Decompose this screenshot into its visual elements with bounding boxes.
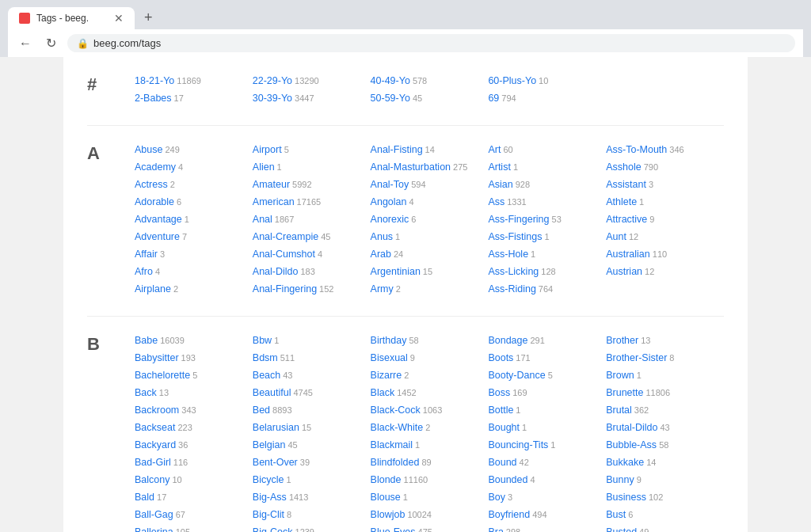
tag-link[interactable]: Bicycle	[253, 472, 284, 488]
tag-link[interactable]: Bubble-Ass	[606, 437, 657, 453]
tag-link[interactable]: Art	[488, 142, 501, 158]
tag-link[interactable]: Ass-Riding	[488, 281, 535, 297]
tag-link[interactable]: Anal-Cumshot	[253, 246, 315, 262]
tag-link[interactable]: 50-59-Yo	[371, 90, 410, 106]
tag-link[interactable]: 22-29-Yo	[253, 73, 292, 89]
tag-link[interactable]: Black-White	[371, 420, 424, 435]
tag-link[interactable]: Bust	[606, 507, 626, 522]
tag-link[interactable]: Business	[606, 489, 646, 505]
tag-link[interactable]: 30-39-Yo	[253, 90, 292, 106]
tag-link[interactable]: Ass-Fingering	[488, 211, 549, 227]
tag-link[interactable]: Boss	[488, 385, 510, 401]
active-tab[interactable]: Tags - beeg. ✕	[8, 7, 135, 29]
tag-link[interactable]: Belgian	[253, 437, 286, 453]
tag-link[interactable]: Beach	[253, 367, 280, 383]
tag-link[interactable]: Afro	[135, 264, 153, 279]
tag-link[interactable]: Backseat	[135, 420, 175, 435]
tag-link[interactable]: American	[253, 194, 295, 210]
tag-link[interactable]: Anorexic	[371, 211, 409, 227]
tag-link[interactable]: Athlete	[606, 194, 637, 210]
tag-link[interactable]: Adorable	[135, 194, 174, 210]
tag-link[interactable]: Bisexual	[371, 350, 408, 366]
tag-link[interactable]: 60-Plus-Yo	[488, 73, 536, 89]
tag-link[interactable]: Academy	[135, 159, 176, 175]
tag-link[interactable]: Bent-Over	[253, 454, 298, 470]
tag-link[interactable]: Big-Clit	[253, 507, 284, 522]
tag-link[interactable]: Anal-Fingering	[253, 281, 317, 297]
tag-link[interactable]: Boyfriend	[488, 507, 530, 522]
tag-link[interactable]: Argentinian	[371, 264, 421, 279]
tag-link[interactable]: Bunny	[606, 472, 634, 488]
tag-link[interactable]: Australian	[606, 246, 650, 262]
tag-link[interactable]: Boy	[488, 489, 505, 505]
tag-link[interactable]: Army	[371, 281, 394, 297]
nav-back-button[interactable]: ←	[16, 35, 35, 52]
tag-link[interactable]: Actress	[135, 177, 168, 192]
tag-link[interactable]: Bound	[488, 454, 516, 470]
tab-close-button[interactable]: ✕	[114, 12, 124, 25]
tag-link[interactable]: Ass-To-Mouth	[606, 142, 667, 158]
tag-link[interactable]: Anal-Dildo	[253, 264, 299, 279]
tag-link[interactable]: Bizarre	[371, 367, 402, 383]
tag-link[interactable]: Airport	[253, 142, 282, 158]
tag-link[interactable]: Bra	[488, 524, 503, 532]
tag-link[interactable]: Bouncing-Tits	[488, 437, 548, 453]
tag-link[interactable]: Bondage	[488, 332, 527, 348]
tag-link[interactable]: Affair	[135, 246, 158, 262]
tag-link[interactable]: Brother-Sister	[606, 350, 667, 366]
tag-link[interactable]: Asian	[488, 177, 512, 192]
tag-link[interactable]: Angolan	[371, 194, 407, 210]
tag-link[interactable]: Bukkake	[606, 454, 644, 470]
tag-link[interactable]: Back	[135, 385, 157, 401]
tag-link[interactable]: Assistant	[606, 177, 646, 192]
tag-link[interactable]: 69	[488, 90, 499, 106]
tag-link[interactable]: Anal-Creampie	[253, 229, 318, 245]
tag-link[interactable]: Ass-Hole	[488, 246, 528, 262]
tag-link[interactable]: Ballerina	[135, 524, 173, 532]
tag-link[interactable]: Black-Cock	[371, 402, 421, 418]
tag-link[interactable]: Big-Ass	[253, 489, 287, 505]
tag-link[interactable]: Backyard	[135, 437, 176, 453]
tag-link[interactable]: Artist	[488, 159, 510, 175]
tag-link[interactable]: Anal	[253, 211, 272, 227]
tag-link[interactable]: Ass-Fistings	[488, 229, 542, 245]
tag-link[interactable]: Bed	[253, 402, 270, 418]
tag-link[interactable]: Bbw	[253, 332, 272, 348]
tag-link[interactable]: Adventure	[135, 229, 180, 245]
new-tab-button[interactable]: +	[136, 6, 161, 29]
tag-link[interactable]: Blue-Eyes	[371, 524, 416, 532]
tag-link[interactable]: Ass	[488, 194, 504, 210]
address-box[interactable]: 🔒 beeg.com/tags	[67, 34, 795, 52]
tag-link[interactable]: Booty-Dance	[488, 367, 545, 383]
tag-link[interactable]: Belarusian	[253, 420, 299, 435]
tag-link[interactable]: Anus	[371, 229, 394, 245]
tag-link[interactable]: 18-21-Yo	[135, 73, 174, 89]
tag-link[interactable]: Anal-Fisting	[371, 142, 423, 158]
tag-link[interactable]: Backroom	[135, 402, 179, 418]
tag-link[interactable]: Brunette	[606, 385, 643, 401]
tag-link[interactable]: Alien	[253, 159, 275, 175]
tag-link[interactable]: Ball-Gag	[135, 507, 173, 522]
tag-link[interactable]: Birthday	[371, 332, 407, 348]
tag-link[interactable]: Aunt	[606, 229, 626, 245]
tag-link[interactable]: Bachelorette	[135, 367, 190, 383]
tag-link[interactable]: Busted	[606, 524, 637, 532]
tag-link[interactable]: Attractive	[606, 211, 647, 227]
tag-link[interactable]: Blowjob	[371, 507, 406, 522]
tag-link[interactable]: Babe	[135, 332, 158, 348]
tag-link[interactable]: Abuse	[135, 142, 162, 158]
tag-link[interactable]: Blackmail	[371, 437, 413, 453]
tag-link[interactable]: Blindfolded	[371, 454, 420, 470]
nav-reload-button[interactable]: ↻	[43, 34, 59, 52]
tag-link[interactable]: Balcony	[135, 472, 169, 488]
tag-link[interactable]: Blouse	[371, 489, 401, 505]
tag-link[interactable]: Anal-Toy	[371, 177, 409, 192]
tag-link[interactable]: Advantage	[135, 211, 182, 227]
tag-link[interactable]: Brown	[606, 367, 634, 383]
tag-link[interactable]: Big-Cock	[253, 524, 293, 532]
tag-link[interactable]: Asshole	[606, 159, 641, 175]
tag-link[interactable]: Bad-Girl	[135, 454, 171, 470]
tag-link[interactable]: Bought	[488, 420, 520, 435]
tag-link[interactable]: Bounded	[488, 472, 527, 488]
tag-link[interactable]: Arab	[371, 246, 391, 262]
